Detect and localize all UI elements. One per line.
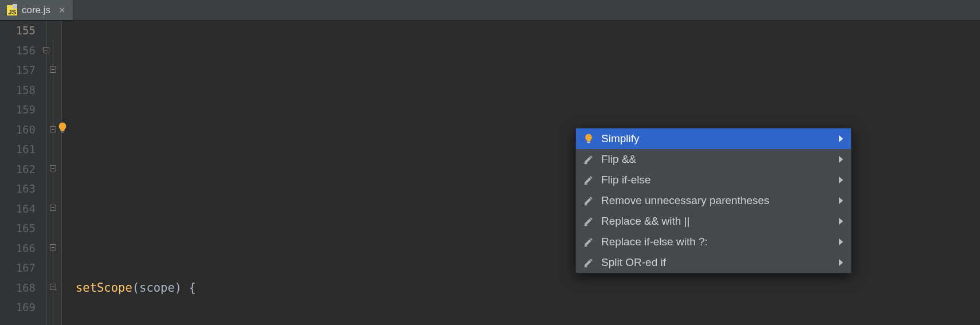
line-number: 166 bbox=[0, 238, 36, 259]
pencil-icon bbox=[583, 174, 594, 186]
line-number: 160 bbox=[0, 120, 36, 140]
intention-item-flip-and[interactable]: Flip && bbox=[576, 149, 851, 170]
intention-label: Flip if-else bbox=[601, 174, 651, 186]
close-icon[interactable]: ✕ bbox=[58, 5, 66, 15]
submenu-arrow-icon bbox=[839, 259, 843, 266]
intention-item-flip-ifelse[interactable]: Flip if-else bbox=[576, 170, 851, 190]
pencil-icon bbox=[583, 216, 594, 227]
intention-item-remove-parens[interactable]: Remove unnecessary parentheses bbox=[576, 190, 851, 211]
svg-rect-1 bbox=[587, 142, 590, 143]
js-file-icon: JS bbox=[7, 5, 17, 15]
fold-marker[interactable] bbox=[43, 47, 49, 53]
line-number: 164 bbox=[0, 199, 36, 219]
intention-item-replace-ternary[interactable]: Replace if-else with ?: bbox=[576, 232, 851, 252]
pencil-icon bbox=[583, 195, 594, 206]
fold-marker[interactable] bbox=[50, 205, 56, 211]
bulb-icon bbox=[583, 133, 594, 144]
line-number: 158 bbox=[0, 80, 36, 100]
tab-bar: JS core.js ✕ bbox=[0, 0, 980, 21]
line-number: 167 bbox=[0, 258, 36, 278]
fold-marker[interactable] bbox=[50, 165, 56, 171]
submenu-arrow-icon bbox=[839, 197, 843, 204]
line-number: 162 bbox=[0, 159, 36, 179]
submenu-arrow-icon bbox=[839, 238, 843, 245]
code-line: setScope(scope) { bbox=[76, 278, 980, 298]
tab-filename: core.js bbox=[22, 5, 50, 16]
line-number: 156 bbox=[0, 41, 36, 61]
svg-rect-0 bbox=[61, 131, 64, 132]
submenu-arrow-icon bbox=[839, 218, 843, 225]
pencil-icon bbox=[583, 236, 594, 248]
intention-label: Remove unnecessary parentheses bbox=[601, 194, 770, 207]
line-number: 169 bbox=[0, 297, 36, 318]
tab-core-js[interactable]: JS core.js ✕ bbox=[0, 0, 73, 20]
fold-gutter bbox=[41, 21, 62, 325]
intention-item-replace-and-or[interactable]: Replace && with || bbox=[576, 211, 851, 232]
submenu-arrow-icon bbox=[839, 177, 843, 183]
intention-item-split-or[interactable]: Split OR-ed if bbox=[576, 252, 851, 273]
line-number: 165 bbox=[0, 218, 36, 238]
line-number: 159 bbox=[0, 100, 36, 120]
fold-marker[interactable] bbox=[50, 284, 56, 290]
intention-label: Split OR-ed if bbox=[601, 256, 666, 269]
line-number: 161 bbox=[0, 139, 36, 159]
pencil-icon bbox=[583, 257, 594, 268]
intention-label: Flip && bbox=[601, 153, 636, 166]
line-number-gutter: 155 156 157 158 159 160 161 162 163 164 … bbox=[0, 21, 41, 325]
fold-marker[interactable] bbox=[50, 126, 56, 132]
line-number: 155 bbox=[0, 21, 36, 41]
line-number: 157 bbox=[0, 60, 36, 80]
fold-marker[interactable] bbox=[50, 244, 56, 250]
intention-actions-popup: Simplify Flip && Flip if-else Remove unn… bbox=[575, 128, 852, 273]
intention-label: Replace && with || bbox=[601, 215, 690, 228]
line-number: 168 bbox=[0, 278, 36, 298]
intention-label: Simplify bbox=[601, 132, 640, 145]
line-number: 163 bbox=[0, 179, 36, 199]
pencil-icon bbox=[583, 154, 594, 165]
submenu-arrow-icon bbox=[839, 135, 843, 142]
submenu-arrow-icon bbox=[839, 156, 843, 163]
fold-marker[interactable] bbox=[50, 66, 56, 73]
intention-label: Replace if-else with ?: bbox=[601, 236, 708, 248]
intention-bulb-icon[interactable] bbox=[56, 122, 69, 134]
intention-item-simplify[interactable]: Simplify bbox=[576, 128, 851, 149]
